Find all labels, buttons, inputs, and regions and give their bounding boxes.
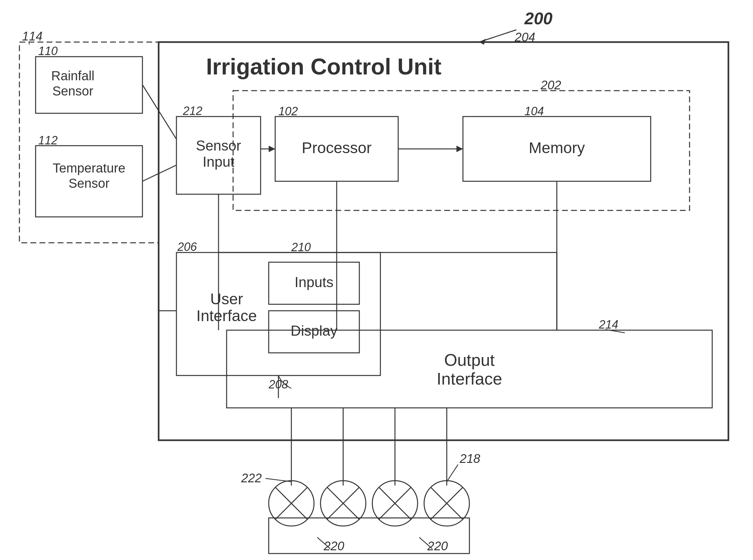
ref-218: 218 [459,452,480,465]
ref-202: 202 [540,78,561,92]
ref-210: 210 [291,241,311,254]
output-interface-label-line1: Output [444,351,495,369]
sensor-input-label-line2: Input [203,154,234,169]
ref-214: 214 [599,318,618,331]
rainfall-sensor-label-line1: Rainfall [51,68,94,83]
ref-104: 104 [524,104,544,118]
inputs-label: Inputs [295,274,334,290]
ui-label-line1: User [210,291,243,307]
ref-220b: 220 [427,539,448,553]
output-interface-label-line2: Interface [437,369,502,388]
ref-200: 200 [524,9,553,28]
ui-label-line2: Interface [197,307,257,324]
ref-220a: 220 [323,539,344,553]
ref-110: 110 [38,44,58,58]
ref-222: 222 [241,471,262,485]
rainfall-sensor-label-line2: Sensor [53,84,94,98]
icu-title: Irrigation Control Unit [206,54,441,79]
ref-212: 212 [183,104,202,118]
sensor-input-label-line1: Sensor [196,138,241,154]
ref-206: 206 [177,240,197,254]
processor-label: Processor [302,139,372,156]
svg-rect-0 [0,0,753,560]
ref-114: 114 [22,29,42,43]
memory-label: Memory [529,139,584,156]
temperature-sensor-label-line2: Sensor [68,176,110,190]
ref-102: 102 [278,104,298,118]
temperature-sensor-label-line1: Temperature [53,161,125,175]
diagram-container: 114 Rainfall Sensor 110 Temperature Sens… [0,0,753,560]
ref-112: 112 [38,134,58,147]
ref-204: 204 [514,31,535,44]
